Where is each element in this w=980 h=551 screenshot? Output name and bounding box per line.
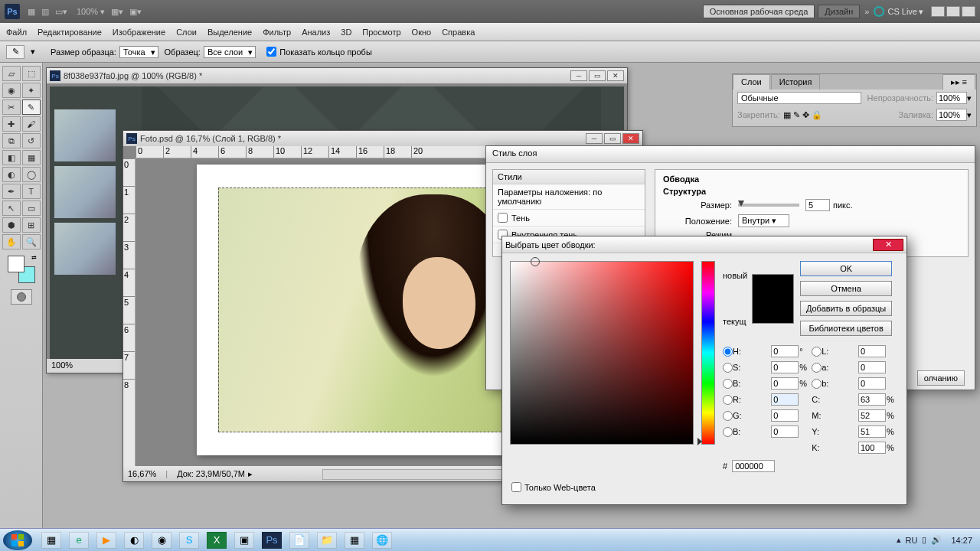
- doc2-close[interactable]: ✕: [622, 133, 639, 144]
- view-icon[interactable]: ▭▾: [55, 7, 67, 17]
- volume-icon[interactable]: 🔊: [931, 535, 942, 545]
- y-input[interactable]: [858, 425, 886, 438]
- crop-tool[interactable]: ✂: [2, 99, 21, 115]
- l-input[interactable]: [858, 345, 886, 357]
- notes-icon[interactable]: 📄: [289, 532, 309, 549]
- start-button[interactable]: [3, 530, 32, 550]
- menu-3d[interactable]: 3D: [341, 28, 351, 37]
- 3d-cam-tool[interactable]: ⊞: [22, 217, 41, 233]
- bb-radio[interactable]: [723, 427, 733, 437]
- size-slider[interactable]: [738, 204, 799, 207]
- ie-icon[interactable]: e: [69, 532, 89, 549]
- app-icon[interactable]: ▣: [234, 532, 254, 549]
- arrange-icon[interactable]: ▦▾: [111, 7, 123, 17]
- 3d-tool[interactable]: ⬢: [2, 217, 21, 233]
- skype-icon[interactable]: S: [179, 532, 199, 549]
- show-ring-checkbox[interactable]: [266, 47, 276, 57]
- menu-window[interactable]: Окно: [412, 28, 432, 37]
- menu-select[interactable]: Выделение: [207, 28, 252, 37]
- swap-colors-icon[interactable]: ⇄: [31, 254, 37, 261]
- g-input[interactable]: [771, 409, 799, 422]
- type-tool[interactable]: T: [22, 184, 41, 199]
- doc1-maximize[interactable]: ▭: [589, 70, 606, 81]
- ps-taskbar-icon[interactable]: Ps: [262, 532, 282, 549]
- hex-input[interactable]: [732, 460, 775, 472]
- restore-defaults-button[interactable]: олчанию: [917, 370, 965, 386]
- ok-button[interactable]: OK: [800, 261, 892, 276]
- sv-marker[interactable]: [531, 257, 540, 266]
- blur-tool[interactable]: ◐: [2, 167, 21, 182]
- r-radio[interactable]: [723, 395, 733, 405]
- stamp-tool[interactable]: ⧉: [2, 133, 21, 148]
- b-radio[interactable]: [812, 379, 822, 389]
- eraser-tool[interactable]: ◧: [2, 150, 21, 165]
- dodge-tool[interactable]: ◯: [22, 167, 41, 182]
- folder-icon[interactable]: 📁: [317, 532, 337, 549]
- tray-up-icon[interactable]: ▴: [897, 535, 901, 545]
- eyedropper-tool[interactable]: ✎: [22, 99, 41, 115]
- blend-options-item[interactable]: Параметры наложения: по умолчанию: [493, 184, 645, 210]
- h-input[interactable]: [771, 345, 799, 357]
- drop-shadow-item[interactable]: Тень: [493, 210, 645, 227]
- a-radio[interactable]: [812, 363, 822, 373]
- pen-tool[interactable]: ✒: [2, 184, 21, 199]
- k-input[interactable]: [858, 442, 886, 454]
- blend-mode-select[interactable]: Обычные: [737, 92, 861, 104]
- workspace-essentials[interactable]: Основная рабочая среда: [703, 5, 815, 18]
- move-tool[interactable]: ▱: [2, 66, 21, 81]
- tab-layers[interactable]: Слои: [733, 74, 770, 90]
- r-input[interactable]: [771, 393, 799, 406]
- clock[interactable]: 14:27: [951, 536, 972, 545]
- l-radio[interactable]: [812, 347, 822, 357]
- heal-tool[interactable]: ✚: [2, 116, 21, 132]
- workspace-design[interactable]: Дизайн: [818, 5, 860, 18]
- menu-image[interactable]: Изображение: [113, 28, 165, 37]
- menu-help[interactable]: Справка: [442, 28, 475, 37]
- sample-layers-select[interactable]: Все слои: [204, 46, 256, 58]
- close-button[interactable]: ✕: [962, 6, 975, 17]
- network-icon[interactable]: ▯: [922, 535, 926, 545]
- hue-slider[interactable]: [701, 261, 715, 445]
- g-radio[interactable]: [723, 411, 733, 421]
- lasso-tool[interactable]: ◉: [2, 83, 21, 98]
- bb-input[interactable]: [771, 425, 799, 438]
- menu-analysis[interactable]: Анализ: [302, 28, 330, 37]
- s-radio[interactable]: [723, 363, 733, 373]
- minibridge-icon[interactable]: ▥: [41, 7, 49, 17]
- doc2-minimize[interactable]: ─: [586, 133, 603, 144]
- cslive-label[interactable]: CS Live: [887, 7, 917, 16]
- doc2-zoom[interactable]: 16,67%: [128, 469, 156, 478]
- lang-indicator[interactable]: RU: [906, 536, 918, 545]
- browser-icon[interactable]: 🌐: [372, 532, 392, 549]
- a-input[interactable]: [858, 361, 886, 373]
- bridge-icon[interactable]: ▦: [28, 7, 35, 17]
- doc2-maximize[interactable]: ▭: [604, 133, 621, 144]
- position-select[interactable]: Внутри ▾: [738, 214, 789, 227]
- panel-menu-icon[interactable]: ▸▸ ≡: [942, 74, 975, 90]
- app-icon[interactable]: ▦: [345, 532, 364, 549]
- s-input[interactable]: [771, 361, 799, 373]
- fill-input[interactable]: 100%: [936, 109, 967, 121]
- c-input[interactable]: [858, 393, 886, 406]
- eyedropper-tool-icon[interactable]: ✎: [6, 45, 24, 59]
- size-input[interactable]: [805, 199, 830, 211]
- bv-input[interactable]: [771, 377, 799, 390]
- cancel-button[interactable]: Отмена: [800, 281, 892, 296]
- sample-size-select[interactable]: Точка: [119, 46, 158, 58]
- ruler-vertical[interactable]: 012345678: [123, 158, 136, 466]
- zoom-tool[interactable]: 🔍: [22, 234, 41, 249]
- doc1-close[interactable]: ✕: [607, 70, 624, 81]
- wmp-icon[interactable]: ▶: [96, 532, 116, 549]
- menu-file[interactable]: Файл: [6, 28, 27, 37]
- path-tool[interactable]: ↖: [2, 201, 21, 216]
- m-input[interactable]: [858, 409, 886, 422]
- app-icon[interactable]: ◐: [124, 532, 144, 549]
- chrome-icon[interactable]: ◉: [152, 532, 172, 549]
- minimize-button[interactable]: ─: [931, 6, 945, 17]
- tab-history[interactable]: История: [771, 74, 821, 90]
- b-input[interactable]: [858, 377, 886, 390]
- doc1-minimize[interactable]: ─: [570, 70, 587, 81]
- hand-tool[interactable]: ✋: [2, 234, 21, 249]
- color-libraries-button[interactable]: Библиотеки цветов: [800, 321, 892, 336]
- shape-tool[interactable]: ▭: [22, 201, 41, 216]
